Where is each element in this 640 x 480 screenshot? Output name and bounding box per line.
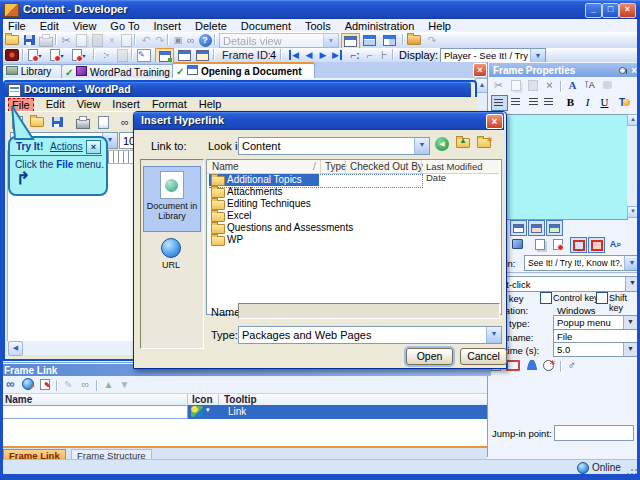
edit-frame-icon[interactable]: ✎ xyxy=(136,48,152,62)
delete-link-icon[interactable]: ✎ xyxy=(37,377,52,391)
menu-delete[interactable]: Delete xyxy=(195,20,227,32)
show-marker-icon[interactable] xyxy=(588,237,605,253)
menu-insert[interactable]: Insert xyxy=(154,20,182,32)
align-right-icon[interactable] xyxy=(525,95,540,109)
connect-frames-icon[interactable]: :◦ xyxy=(98,48,114,62)
pin-icon[interactable] xyxy=(619,65,627,76)
wordpad-menu-help[interactable]: Help xyxy=(199,98,222,112)
show-in-combo[interactable]: See It! / Try It!, Know It?, Do It!▼ xyxy=(524,255,640,271)
column-icon[interactable]: Icon xyxy=(192,394,213,405)
open-icon[interactable] xyxy=(4,33,20,47)
new-folder-icon[interactable]: ∗ xyxy=(477,138,491,150)
folder-row[interactable]: Editing Techniques xyxy=(209,198,499,210)
text-unit-icon[interactable]: T xyxy=(617,95,632,109)
bold-icon[interactable]: B xyxy=(563,95,578,109)
close-document-button[interactable]: × xyxy=(473,63,487,77)
tryit-close-icon[interactable]: × xyxy=(86,140,101,154)
menu-goto[interactable]: Go To xyxy=(110,20,139,32)
align-left-icon[interactable] xyxy=(491,95,508,111)
look-in-combo[interactable]: Content▼ xyxy=(238,137,430,155)
screenshot-region-icon[interactable] xyxy=(194,48,210,62)
font-color-icon[interactable]: A xyxy=(565,78,580,92)
select-text-icon[interactable]: ⊺A xyxy=(582,78,597,92)
first-frame-icon[interactable]: ◀ xyxy=(286,48,302,62)
link-name-cell[interactable] xyxy=(0,405,188,419)
place-url[interactable]: URL xyxy=(143,236,199,278)
back-icon[interactable]: ◀ xyxy=(435,137,449,151)
scroll-left-icon[interactable]: ◀ xyxy=(8,341,23,356)
link-icon-dropdown-icon[interactable]: ▾ xyxy=(206,406,210,414)
menu-file[interactable]: File xyxy=(8,20,26,32)
column-header-type[interactable]: Type xyxy=(325,161,347,172)
find-icon[interactable]: ∞ xyxy=(117,115,133,129)
highlight-object-icon[interactable] xyxy=(570,237,587,253)
save-icon[interactable] xyxy=(21,33,37,47)
type-combo[interactable]: Packages and Web Pages▼ xyxy=(238,326,502,344)
split-horizontal-view-button[interactable] xyxy=(361,33,378,47)
details-view-button[interactable] xyxy=(341,33,360,49)
dialog-close-icon[interactable]: × xyxy=(486,114,503,129)
column-tooltip[interactable]: Tooltip xyxy=(224,394,257,405)
timer-icon[interactable]: ∗ xyxy=(541,358,556,372)
rerecord-frame-icon[interactable]: ▾ xyxy=(71,48,87,62)
show-note-icon[interactable] xyxy=(546,220,563,236)
cancel-button[interactable]: Cancel xyxy=(460,348,507,365)
copy-to-all-icon[interactable] xyxy=(550,237,565,251)
branch-icon[interactable]: ⌐: xyxy=(347,48,363,62)
minimize-button[interactable]: _ xyxy=(585,3,602,18)
highlight-area-icon[interactable] xyxy=(505,358,520,372)
zoom-text-icon[interactable]: A⌕ xyxy=(608,237,623,251)
tryit-actions-link[interactable]: Actions xyxy=(50,141,83,152)
folder-row[interactable]: Attachments xyxy=(209,186,499,198)
insert-frame-after-icon[interactable]: ▾ xyxy=(49,48,65,62)
help-icon[interactable]: ? xyxy=(197,33,213,47)
frame-text-editor[interactable] xyxy=(490,114,628,220)
menu-help[interactable]: Help xyxy=(428,20,451,32)
up-one-level-icon[interactable]: ▲ xyxy=(456,138,470,150)
open-button[interactable]: Open xyxy=(406,348,453,365)
menu-view[interactable]: View xyxy=(73,20,97,32)
record-icon[interactable] xyxy=(4,48,20,62)
control-key-checkbox[interactable] xyxy=(540,292,552,304)
copy-format-icon[interactable] xyxy=(532,237,547,251)
italic-icon[interactable]: I xyxy=(580,95,595,109)
folder-row[interactable]: WP xyxy=(209,234,499,246)
object-type-combo[interactable]: Popup menu▼ xyxy=(553,315,638,330)
align-justify-icon[interactable] xyxy=(542,95,557,109)
border-color-icon[interactable] xyxy=(510,237,525,251)
tab-wordpad-training[interactable]: ✓ WordPad Training xyxy=(61,64,174,79)
print-document-icon[interactable] xyxy=(75,115,91,129)
menu-edit[interactable]: Edit xyxy=(40,20,59,32)
show-bubble-icon[interactable] xyxy=(510,220,527,236)
align-center-icon[interactable] xyxy=(508,95,523,109)
split-vertical-view-button[interactable] xyxy=(381,33,398,47)
last-frame-icon[interactable]: ▶ xyxy=(329,48,345,62)
print-preview-icon[interactable] xyxy=(95,115,111,129)
action-combo[interactable]: Left-click▼ xyxy=(489,276,640,292)
link-type-icon[interactable] xyxy=(191,406,203,417)
delay-time-combo[interactable]: 5.0▼ xyxy=(553,342,638,357)
underline-icon[interactable]: U xyxy=(597,95,612,109)
folder-row[interactable]: Questions and Assessments xyxy=(209,222,499,234)
column-header-name[interactable]: Name xyxy=(212,161,239,172)
shift-key-checkbox[interactable] xyxy=(596,292,608,304)
folder-row-selected[interactable]: Additional Topics xyxy=(209,174,319,186)
insert-url-link-icon[interactable]: ↗ xyxy=(20,377,35,391)
show-action-icon[interactable] xyxy=(528,220,545,236)
place-document-in-library[interactable]: Document in Library xyxy=(143,166,201,232)
menu-tools[interactable]: Tools xyxy=(305,20,331,32)
resize-grip[interactable] xyxy=(631,469,633,471)
insert-link-icon[interactable]: ∞ xyxy=(3,377,18,391)
tab-library[interactable]: Library xyxy=(2,64,63,79)
wordpad-menu-format[interactable]: Format xyxy=(152,98,187,112)
menu-administration[interactable]: Administration xyxy=(345,20,415,32)
insert-frame-before-icon[interactable]: ▾ xyxy=(27,48,43,62)
column-header-last-modified[interactable]: Last Modified Date xyxy=(426,161,499,183)
column-name[interactable]: Name xyxy=(5,394,32,405)
display-combo[interactable]: Player - See It! / Try It!▼ xyxy=(440,48,546,63)
wordpad-menu-edit[interactable]: Edit xyxy=(46,98,65,112)
male-symbol-icon[interactable]: ♂ xyxy=(564,358,579,372)
wordpad-menu-view[interactable]: View xyxy=(77,98,101,112)
link-tooltip-cell[interactable]: Link xyxy=(228,406,246,417)
properties-window-icon[interactable] xyxy=(406,33,422,47)
